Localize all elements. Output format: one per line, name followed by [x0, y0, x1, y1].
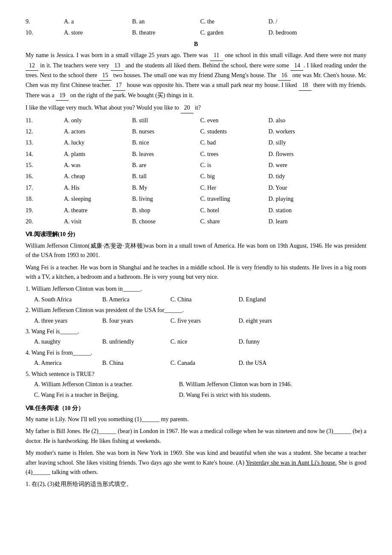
q14-optA: A. plants — [64, 150, 132, 159]
passage-clinton: William Jefferson Clinton(威廉·杰斐逊·克林顿)was… — [26, 241, 366, 260]
question-20-row: 20. A. visit B. choose C. share D. learn — [26, 217, 366, 226]
q10-optC: C. garden — [200, 28, 268, 38]
rc-q2-optB: B. four years — [102, 316, 170, 326]
question-16-row: 16. A. cheap B. tall C. big D. tidy — [26, 172, 366, 181]
question-9-row: 9. A. a B. an C. the D. / — [26, 17, 366, 26]
q17-optC: C. Her — [200, 183, 268, 193]
q19-optD: D. station — [268, 206, 337, 215]
q10-optD: D. bedroom — [268, 28, 337, 38]
rc-q4-optC: C. Canada — [170, 358, 239, 368]
q10-optB: B. theatre — [132, 28, 200, 38]
q12-optB: B. nurses — [132, 127, 200, 136]
rc-q5-optA: A. William Jefferson Clinton is a teache… — [34, 380, 179, 389]
rc-q1-options: A. South Africa B. America C. China D. E… — [34, 295, 366, 304]
rc-q4-optB: B. China — [102, 358, 170, 368]
q19-optA: A. theatre — [64, 206, 132, 215]
q9-optD: D. / — [268, 17, 337, 26]
rc-q2: 2. William Jefferson Clinton was preside… — [26, 306, 366, 315]
blank-13: 13 — [111, 61, 124, 71]
q17-num: 17. — [26, 183, 64, 193]
q14-optC: C. trees — [200, 150, 268, 159]
q12-optD: D. workers — [268, 127, 337, 136]
passage-wang: Wang Fei is a teacher. He was born in Sh… — [26, 263, 366, 282]
rc-q1-optB: B. America — [102, 295, 170, 304]
rc-q5-optC: C. Wang Fei is a teacher in Beijing. — [34, 390, 179, 400]
rc-q1-optA: A. South Africa — [34, 295, 102, 304]
q18-optA: A. sleeping — [64, 194, 132, 204]
q9-optB: B. an — [132, 17, 200, 26]
q10-optA: A. store — [64, 28, 132, 38]
rc-q4-optD: D. the USA — [239, 358, 307, 368]
rc-q3-optC: C. nice — [170, 337, 239, 347]
section-b-label: B — [26, 40, 366, 49]
q14-optB: B. leaves — [132, 150, 200, 159]
section7-title: Ⅶ.阅读理解(10 分) — [26, 230, 366, 239]
question-15-row: 15. A. was B. are C. is D. were — [26, 161, 366, 170]
question-14-row: 14. A. plants B. leaves C. trees D. flow… — [26, 150, 366, 159]
rc-q2-optD: D. eight years — [239, 316, 307, 326]
question-12-row: 12. A. actors B. nurses C. students D. w… — [26, 127, 366, 136]
q15-optB: B. are — [132, 161, 200, 170]
q13-optC: C. bad — [200, 138, 268, 147]
q14-num: 14. — [26, 150, 64, 159]
q20-num: 20. — [26, 217, 64, 226]
blank-15: 15 — [99, 71, 112, 81]
rc-q2-options: A. three years B. four years C. five yea… — [34, 316, 366, 326]
q10-num: 10. — [26, 28, 64, 38]
blank-12: 12 — [26, 61, 38, 71]
q13-optB: B. nice — [132, 138, 200, 147]
rc-q4-options: A. America B. China C. Canada D. the USA — [34, 358, 366, 368]
q20-optA: A. visit — [64, 217, 132, 226]
underlined-sentence: Yesterday she was in Aunt Li's house. — [246, 460, 337, 466]
q18-optC: C. travelling — [200, 194, 268, 204]
question-18-row: 18. A. sleeping B. living C. travelling … — [26, 194, 366, 204]
q17-optB: B. My — [132, 183, 200, 193]
rc-q5-optD: D. Wang Fei is strict with his students. — [179, 390, 271, 400]
q18-optB: B. living — [132, 194, 200, 204]
question-11-row: 11. A. only B. still C. even D. also — [26, 116, 366, 125]
rc-q3-optB: B. unfriendly — [102, 337, 170, 347]
blank-20: 20 — [181, 103, 193, 113]
rc-q1: 1. William Jefferson Clinton was born in… — [26, 284, 366, 294]
q15-optD: D. were — [268, 161, 337, 170]
q11-optA: A. only — [64, 116, 132, 125]
q9-optC: C. the — [200, 17, 268, 26]
passage-lily-3: My mother's name is Helen. She was born … — [26, 448, 366, 477]
q17-optD: D. Your — [268, 183, 337, 193]
q16-optA: A. cheap — [64, 172, 132, 181]
q20-optD: D. learn — [268, 217, 337, 226]
q20-optB: B. choose — [132, 217, 200, 226]
rc-q2-optC: C. five years — [170, 316, 239, 326]
blank-14: 14 — [291, 61, 303, 71]
question-13-row: 13. A. lucky B. nice C. bad D. silly — [26, 138, 366, 147]
section8-subq1: 1. 在(2), (3)处用所给词的适当形式填空。 — [26, 480, 366, 489]
question-10-row: 10. A. store B. theatre C. garden D. bed… — [26, 28, 366, 38]
q17-optA: A. His — [64, 183, 132, 193]
blank-11: 11 — [210, 51, 223, 61]
blank-18: 18 — [299, 81, 311, 90]
q12-optA: A. actors — [64, 127, 132, 136]
q13-optA: A. lucky — [64, 138, 132, 147]
rc-q3-optA: A. naughty — [34, 337, 102, 347]
passage-lily-1: My name is Lily. Now I'll tell you somet… — [26, 415, 366, 424]
rc-q3: 3. Wang Fei is______. — [26, 327, 366, 336]
q16-optC: C. big — [200, 172, 268, 181]
rc-q5: 5. Which sentence is TRUE? — [26, 370, 366, 379]
q18-optD: D. playing — [268, 194, 337, 204]
question-19-row: 19. A. theatre B. shop C. hotel D. stati… — [26, 206, 366, 215]
blank-16: 16 — [278, 71, 291, 81]
section8-title: Ⅷ.任务阅读（10 分） — [26, 404, 366, 413]
q15-optA: A. was — [64, 161, 132, 170]
q16-num: 16. — [26, 172, 64, 181]
q12-num: 12. — [26, 127, 64, 136]
passage-jessica: My name is Jessica. I was born in a smal… — [26, 51, 366, 101]
q14-optD: D. flowers — [268, 150, 337, 159]
q11-optB: B. still — [132, 116, 200, 125]
q15-num: 15. — [26, 161, 64, 170]
blank-17: 17 — [112, 81, 125, 90]
passage-village: I like the village very much. What about… — [26, 103, 366, 113]
rc-q4-optA: A. America — [34, 358, 102, 368]
q18-num: 18. — [26, 194, 64, 204]
q15-optC: C. is — [200, 161, 268, 170]
rc-q5-options: A. William Jefferson Clinton is a teache… — [34, 380, 366, 400]
